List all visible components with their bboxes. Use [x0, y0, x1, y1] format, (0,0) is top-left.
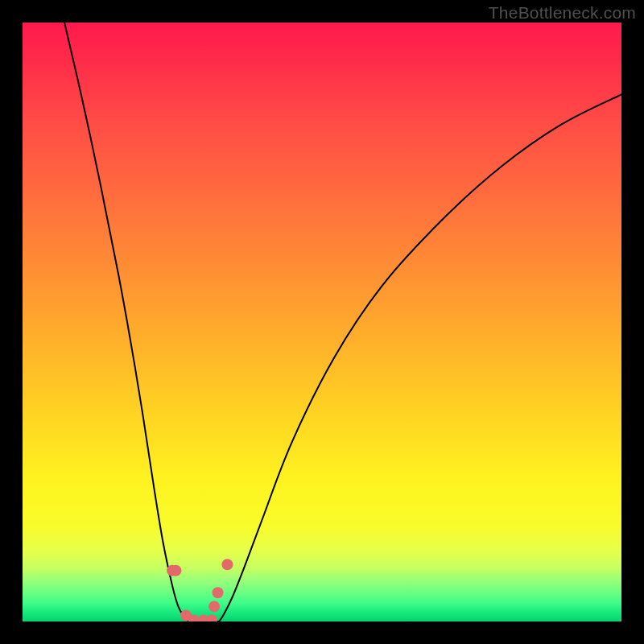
plot-area: [23, 23, 621, 621]
data-marker: [206, 615, 217, 621]
data-marker: [213, 587, 224, 598]
data-marker: [208, 601, 220, 612]
marker-group: [167, 559, 233, 621]
data-marker: [170, 565, 181, 576]
watermark-text: TheBottleneck.com: [489, 3, 636, 23]
data-marker: [221, 559, 233, 570]
curve-group: [64, 23, 621, 621]
curves-svg: [23, 23, 621, 621]
chart-frame: TheBottleneck.com: [0, 0, 644, 644]
curve-left-curve: [64, 23, 189, 621]
curve-right-curve: [219, 94, 621, 621]
